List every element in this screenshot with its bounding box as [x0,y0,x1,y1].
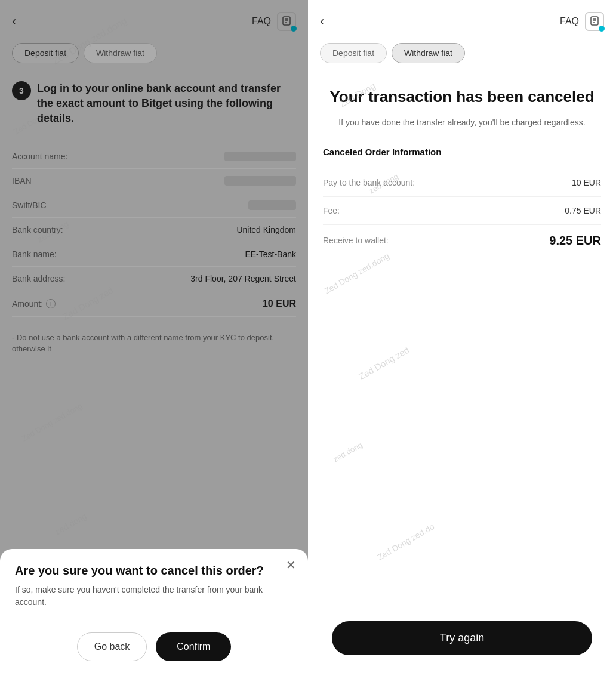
modal-close-button[interactable]: ✕ [286,558,296,572]
go-back-button[interactable]: Go back [77,632,147,661]
right-content: Your transaction has been canceled If yo… [308,69,616,609]
receive-wallet-label: Receive to wallet: [323,236,389,245]
confirm-button[interactable]: Confirm [156,632,231,661]
right-back-button[interactable]: ‹ [320,14,324,29]
right-tabs: Deposit fiat Withdraw fiat [308,37,616,69]
right-tab-deposit[interactable]: Deposit fiat [320,43,387,63]
left-panel: ‹ FAQ Deposit fiat Withdraw fiat [0,0,308,685]
right-tab-withdraw[interactable]: Withdraw fiat [392,43,465,63]
transaction-cancelled-title: Your transaction has been canceled [323,87,601,107]
receive-wallet-value: 9.25 EUR [549,234,601,248]
order-row-pay: Pay to the bank account: 10 EUR [323,169,601,197]
fee-label: Fee: [323,206,340,215]
right-panel: ‹ FAQ Deposit fiat Withdraw fiat Your tr… [308,0,616,685]
fee-value: 0.75 EUR [565,206,601,215]
order-row-receive: Receive to wallet: 9.25 EUR [323,225,601,257]
pay-bank-value: 10 EUR [572,178,601,187]
try-again-button[interactable]: Try again [332,621,592,655]
cancel-order-modal: ✕ Are you sure you want to cancel this o… [0,549,308,685]
modal-overlay: ✕ Are you sure you want to cancel this o… [0,0,308,685]
transaction-description: If you have done the transfer already, y… [323,116,601,129]
right-faq-link[interactable]: FAQ [560,16,579,27]
modal-description: If so, make sure you haven't completed t… [15,584,293,609]
right-faq-area: FAQ [560,12,604,31]
modal-actions: Go back Confirm [15,632,293,661]
order-info-title: Canceled Order Information [323,147,601,157]
right-notification-icon[interactable] [585,12,604,31]
modal-title: Are you sure you want to cancel this ord… [15,564,293,578]
pay-bank-label: Pay to the bank account: [323,178,415,187]
order-row-fee: Fee: 0.75 EUR [323,197,601,225]
right-header: ‹ FAQ [308,0,616,37]
bottom-bar: Try again [308,609,616,685]
